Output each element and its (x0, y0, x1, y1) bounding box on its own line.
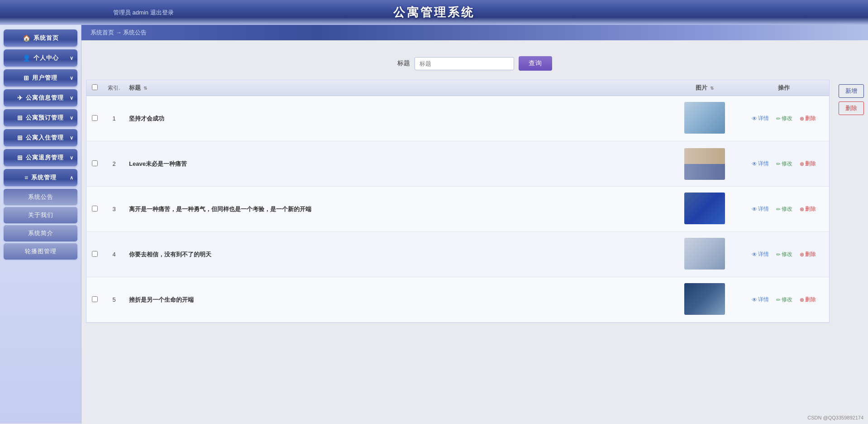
batch-delete-button[interactable]: 删除 (839, 101, 864, 115)
edit-button-1[interactable]: ✏ 修改 (774, 114, 794, 123)
edit-icon: ✏ (776, 297, 781, 303)
table-header: 索引. 标题 ⇅ 图片 ⇅ 操作 (86, 80, 829, 96)
header-title: 标题 ⇅ (125, 84, 671, 92)
sidebar-item-home[interactable]: 🏠 系统首页 (4, 29, 77, 47)
header-index: 索引. (103, 84, 125, 92)
logout-link[interactable]: 管理员 admin 退出登录 (113, 9, 174, 16)
row-thumbnail-1 (684, 102, 725, 134)
sidebar-subitem-sys-notice[interactable]: 系统公告 (4, 189, 77, 205)
header-image: 图片 ⇅ (671, 84, 739, 92)
detail-button-1[interactable]: 👁 详情 (750, 114, 771, 123)
delete-button-1[interactable]: ⊗ 删除 (798, 114, 818, 123)
chevron-down-icon: ∨ (70, 75, 74, 81)
detail-button-5[interactable]: 👁 详情 (750, 295, 771, 304)
row-actions-1: 👁 详情 ✏ 修改 ⊗ 删除 (739, 114, 829, 123)
sidebar-item-apt-info[interactable]: ✈ 公寓信息管理 ∨ (4, 89, 77, 106)
new-button[interactable]: 新增 (839, 84, 864, 98)
sidebar-subitem-banner-mgmt[interactable]: 轮播图管理 (4, 243, 77, 260)
delete-icon: ⊗ (800, 297, 804, 303)
sidebar: 🏠 系统首页 👤 个人中心 ∨ ⊞ 用户管理 ∨ ✈ 公寓信息管理 ∨ ⊞ 公寓… (0, 25, 81, 424)
row-index-5: 5 (103, 296, 125, 303)
delete-button-3[interactable]: ⊗ 删除 (798, 204, 818, 214)
select-all-checkbox[interactable] (92, 84, 98, 90)
delete-button-2[interactable]: ⊗ 删除 (798, 159, 818, 169)
edit-button-2[interactable]: ✏ 修改 (774, 159, 794, 169)
row-image-5 (671, 283, 739, 316)
grid4-icon: ⊞ (17, 154, 23, 161)
eye-icon: 👁 (752, 116, 757, 122)
grid-icon: ⊞ (24, 74, 29, 82)
delete-icon: ⊗ (800, 206, 804, 212)
row-index-1: 1 (103, 115, 125, 122)
sidebar-item-apt-checkout[interactable]: ⊞ 公寓退房管理 ∨ (4, 149, 77, 166)
edit-icon: ✏ (776, 251, 781, 258)
delete-button-5[interactable]: ⊗ 删除 (798, 295, 818, 304)
row-image-4 (671, 238, 739, 271)
side-action-area: 新增 删除 (834, 80, 868, 323)
sidebar-item-user-mgmt[interactable]: ⊞ 用户管理 ∨ (4, 69, 77, 87)
row-checkbox-2[interactable] (92, 160, 98, 166)
row-checkbox-1[interactable] (92, 115, 98, 121)
breadcrumb: 系统首页 → 系统公告 (81, 25, 868, 40)
row-thumbnail-3 (684, 193, 725, 224)
admin-info: 管理员 admin 退出登录 (113, 9, 174, 17)
row-title-3: 离开是一种痛苦，是一种勇气，但同样也是一个考验，是一个新的开端 (125, 205, 671, 213)
sidebar-subitem-about-us[interactable]: 关于我们 (4, 207, 77, 223)
header-action: 操作 (739, 84, 829, 92)
row-title-4: 你要去相信，没有到不了的明天 (125, 251, 671, 259)
search-button[interactable]: 查询 (519, 56, 552, 71)
send-icon: ✈ (17, 94, 23, 101)
delete-button-4[interactable]: ⊗ 删除 (798, 250, 818, 259)
row-actions-5: 👁 详情 ✏ 修改 ⊗ 删除 (739, 295, 829, 304)
row-checkbox-3[interactable] (92, 206, 98, 212)
row-thumbnail-5 (684, 283, 725, 315)
row-checkbox-4[interactable] (92, 251, 98, 257)
row-index-3: 3 (103, 206, 125, 212)
table-main-area: 索引. 标题 ⇅ 图片 ⇅ 操作 (81, 80, 834, 323)
table-row: 4 你要去相信，没有到不了的明天 👁 详情 ✏ (86, 232, 829, 277)
person-icon: 👤 (23, 54, 31, 62)
grid3-icon: ⊞ (17, 134, 23, 141)
row-actions-3: 👁 详情 ✏ 修改 ⊗ 删除 (739, 204, 829, 214)
eye-icon: 👁 (752, 206, 757, 212)
main-content: 系统首页 → 系统公告 标题 查询 索引. (81, 25, 868, 424)
row-index-4: 4 (103, 251, 125, 258)
row-image-1 (671, 102, 739, 135)
delete-icon: ⊗ (800, 251, 804, 258)
sidebar-subitem-sys-intro[interactable]: 系统简介 (4, 225, 77, 241)
sidebar-item-apt-booking[interactable]: ⊞ 公寓预订管理 ∨ (4, 109, 77, 126)
row-title-1: 坚持才会成功 (125, 115, 671, 123)
row-title-2: Leave未必是一种痛苦 (125, 160, 671, 168)
app-title: 公寓管理系统 (393, 5, 475, 20)
layout: 🏠 系统首页 👤 个人中心 ∨ ⊞ 用户管理 ∨ ✈ 公寓信息管理 ∨ ⊞ 公寓… (0, 25, 868, 424)
list-icon: ≡ (24, 174, 29, 181)
table-row: 1 坚持才会成功 👁 详情 ✏ 修改 (86, 96, 829, 141)
chevron-down-icon: ∨ (70, 95, 74, 101)
edit-button-4[interactable]: ✏ 修改 (774, 250, 794, 259)
row-image-2 (671, 148, 739, 180)
table-row: 5 挫折是另一个生命的开端 👁 详情 ✏ 修改 (86, 277, 829, 323)
search-label: 标题 (397, 59, 410, 67)
header: 管理员 admin 退出登录 公寓管理系统 (0, 0, 868, 25)
edit-button-5[interactable]: ✏ 修改 (774, 295, 794, 304)
data-table: 索引. 标题 ⇅ 图片 ⇅ 操作 (86, 80, 830, 323)
search-input[interactable] (415, 57, 514, 70)
sidebar-item-apt-checkin[interactable]: ⊞ 公寓入住管理 ∨ (4, 129, 77, 146)
row-index-2: 2 (103, 160, 125, 167)
grid2-icon: ⊞ (17, 114, 23, 121)
table-row: 3 离开是一种痛苦，是一种勇气，但同样也是一个考验，是一个新的开端 👁 详情 ✏ (86, 187, 829, 232)
row-thumbnail-2a (684, 148, 725, 164)
row-image-3 (671, 193, 739, 226)
row-checkbox-5[interactable] (92, 296, 98, 302)
row-actions-4: 👁 详情 ✏ 修改 ⊗ 删除 (739, 250, 829, 259)
sidebar-item-personal[interactable]: 👤 个人中心 ∨ (4, 49, 77, 67)
detail-button-2[interactable]: 👁 详情 (750, 159, 771, 169)
detail-button-4[interactable]: 👁 详情 (750, 250, 771, 259)
chevron-down-icon: ∨ (70, 135, 74, 141)
chevron-down-icon: ∨ (70, 115, 74, 121)
detail-button-3[interactable]: 👁 详情 (750, 204, 771, 214)
edit-button-3[interactable]: ✏ 修改 (774, 204, 794, 214)
edit-icon: ✏ (776, 206, 781, 212)
sidebar-item-sys-mgmt[interactable]: ≡ 系统管理 ∧ (4, 169, 77, 186)
sort-arrow-title: ⇅ (143, 86, 147, 91)
